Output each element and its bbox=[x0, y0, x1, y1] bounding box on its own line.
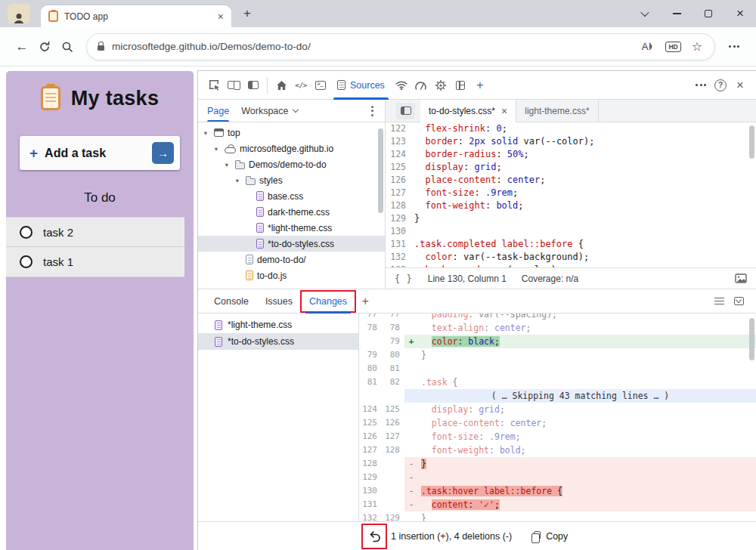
tree-item[interactable]: ▾styles bbox=[198, 172, 385, 188]
tree-item[interactable]: ▾Demos/demo-to-do bbox=[198, 156, 385, 172]
pretty-print-button[interactable]: { } bbox=[395, 273, 413, 284]
add-drawer-tab-icon[interactable]: + bbox=[355, 292, 375, 311]
console-panel-icon[interactable] bbox=[311, 76, 330, 95]
browser-menu-button[interactable] bbox=[723, 36, 745, 58]
diff-code-text bbox=[418, 362, 421, 375]
chevron-down-icon[interactable]: ▾ bbox=[212, 145, 221, 153]
chevron-down-icon[interactable]: ▾ bbox=[222, 161, 231, 168]
profile-button[interactable] bbox=[8, 4, 30, 23]
url-text[interactable]: microsoftedge.github.io/Demos/demo-to-do… bbox=[112, 41, 642, 52]
changes-file-item[interactable]: *to-do-styles.css bbox=[198, 333, 358, 350]
tree-item[interactable]: ▾microsoftedge.github.io bbox=[198, 141, 385, 156]
hd-badge[interactable]: HD bbox=[665, 42, 680, 52]
drawer-tab-console[interactable]: Console bbox=[206, 289, 257, 314]
todo-header: My tasks bbox=[6, 71, 194, 110]
changes-file-list: *light-theme.css*to-do-styles.css bbox=[198, 314, 359, 521]
tree-item[interactable]: demo-to-do/ bbox=[198, 252, 385, 267]
back-button[interactable]: ← bbox=[11, 36, 33, 58]
performance-icon[interactable] bbox=[411, 76, 431, 95]
navigator-more-icon[interactable] bbox=[362, 101, 382, 121]
application-panel-icon[interactable] bbox=[451, 76, 470, 95]
address-bar[interactable]: microsoftedge.github.io/Demos/demo-to-do… bbox=[86, 33, 715, 60]
elements-panel-icon[interactable]: </> bbox=[291, 76, 311, 95]
maximize-button[interactable] bbox=[692, 0, 724, 27]
tree-item[interactable]: *light-theme.css bbox=[198, 220, 385, 236]
favorites-star-icon[interactable]: ☆ bbox=[692, 39, 702, 54]
navigator-tab-workspace[interactable]: Workspace bbox=[241, 100, 297, 122]
navigator-toggle-button[interactable] bbox=[396, 103, 415, 119]
diff-marker: - bbox=[404, 471, 418, 484]
search-button[interactable] bbox=[56, 36, 79, 58]
code-editor[interactable]: 122 flex-shrink: 0;123 border: 2px solid… bbox=[386, 122, 756, 267]
tree-item[interactable]: *to-do-styles.css bbox=[198, 236, 385, 252]
diff-marker bbox=[404, 511, 418, 521]
tree-item-label: microsoftedge.github.io bbox=[240, 144, 333, 154]
drawer-tab-changes[interactable]: Changes bbox=[301, 289, 355, 314]
profile-avatar-icon bbox=[14, 14, 24, 23]
diff-view[interactable]: 7777 padding: var(--spacing);7878 text-a… bbox=[359, 314, 756, 521]
line-number: 132 bbox=[386, 251, 414, 264]
minimize-button[interactable] bbox=[661, 0, 692, 27]
task-item[interactable]: task 2 bbox=[6, 217, 184, 247]
new-tab-button[interactable]: + bbox=[237, 4, 257, 23]
copy-button[interactable]: Copy bbox=[531, 531, 568, 542]
gear-icon[interactable] bbox=[431, 76, 451, 95]
chevron-down-icon[interactable]: ▾ bbox=[201, 129, 210, 137]
expand-drawer-icon[interactable] bbox=[729, 292, 748, 311]
diff-new-line-number: 77 bbox=[382, 314, 404, 321]
more-tools-plus-icon[interactable]: + bbox=[470, 76, 490, 95]
diff-row: 7980} bbox=[359, 348, 756, 362]
welcome-home-icon[interactable] bbox=[271, 76, 291, 95]
revert-all-changes-button[interactable] bbox=[364, 527, 384, 546]
device-emulation-icon[interactable] bbox=[224, 76, 243, 95]
browser-tab[interactable]: TODO app × bbox=[41, 5, 231, 27]
task-checkbox[interactable] bbox=[20, 255, 33, 268]
focus-mode-icon[interactable] bbox=[243, 76, 263, 95]
tree-item[interactable]: dark-theme.css bbox=[198, 204, 385, 220]
diff-old-line-number: 127 bbox=[359, 443, 382, 457]
navigator-tab-page[interactable]: Page bbox=[207, 100, 229, 122]
code-text: } bbox=[414, 212, 420, 225]
tree-item[interactable]: base.css bbox=[198, 188, 385, 204]
window-close-button[interactable]: × bbox=[724, 0, 756, 27]
inspect-element-icon[interactable] bbox=[204, 76, 224, 95]
task-item[interactable]: task 1 bbox=[6, 247, 184, 277]
console-sidebar-icon[interactable] bbox=[709, 292, 729, 311]
diff-scrollbar[interactable] bbox=[749, 315, 755, 360]
devtools-menu-icon[interactable] bbox=[691, 76, 711, 95]
image-icon[interactable] bbox=[735, 273, 747, 283]
code-text: border-radius: 50%; bbox=[414, 148, 529, 161]
close-icon[interactable]: × bbox=[501, 106, 507, 116]
line-number: 122 bbox=[386, 122, 414, 135]
tab-sources[interactable]: Sources bbox=[330, 71, 392, 100]
help-icon[interactable]: ? bbox=[711, 76, 730, 95]
submit-task-arrow-icon[interactable]: → bbox=[152, 142, 174, 164]
diff-row: 129- bbox=[359, 471, 756, 484]
toolbar-divider bbox=[267, 77, 268, 94]
tab-close-icon[interactable]: × bbox=[218, 11, 224, 22]
tree-item[interactable]: ▾top bbox=[198, 125, 385, 141]
editor-scrollbar[interactable] bbox=[749, 124, 755, 159]
tab-menu-chevron-icon[interactable] bbox=[629, 0, 661, 27]
navigator-scrollbar[interactable] bbox=[378, 125, 384, 287]
editor-tab-label: light-theme.css* bbox=[525, 106, 589, 116]
chevron-down-icon[interactable]: ▾ bbox=[233, 177, 242, 184]
changes-file-item[interactable]: *light-theme.css bbox=[198, 317, 358, 333]
diff-code-text: font-weight: bold; bbox=[418, 443, 526, 457]
devtools-close-icon[interactable]: × bbox=[730, 76, 750, 95]
diff-code-text: } bbox=[418, 457, 426, 471]
add-task-button[interactable]: + Add a task → bbox=[20, 136, 180, 170]
refresh-button[interactable] bbox=[33, 36, 56, 58]
task-label: task 2 bbox=[43, 226, 73, 239]
code-text: border: 2px solid var(--color); bbox=[414, 135, 594, 148]
editor-tab[interactable]: to-do-styles.css*× bbox=[420, 100, 516, 122]
diff-new-line-number: 81 bbox=[382, 362, 404, 375]
network-icon[interactable] bbox=[392, 76, 411, 95]
read-aloud-button[interactable]: A bbox=[642, 41, 655, 52]
drawer-tab-issues[interactable]: Issues bbox=[257, 289, 301, 314]
ellipsis-icon bbox=[729, 45, 739, 48]
css-icon bbox=[256, 191, 264, 201]
task-checkbox[interactable] bbox=[20, 226, 33, 239]
editor-tab[interactable]: light-theme.css* bbox=[516, 100, 598, 122]
tree-item[interactable]: to-do.js bbox=[198, 267, 385, 283]
